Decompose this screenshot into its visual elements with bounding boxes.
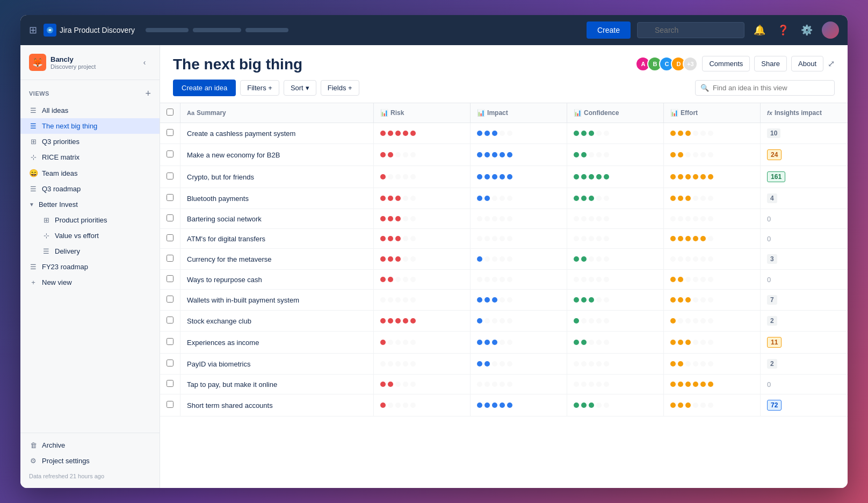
row-checkbox-4[interactable] [167, 214, 173, 221]
row-insights-impact[interactable]: 0 [761, 209, 848, 229]
row-confidence[interactable] [567, 209, 664, 229]
sidebar-item-better-invest[interactable]: ▼ Better Invest [20, 197, 160, 212]
row-checkbox-10[interactable] [167, 338, 173, 345]
row-impact[interactable] [471, 123, 567, 144]
row-confidence[interactable] [567, 311, 664, 332]
sidebar-item-archive[interactable]: 🗑 Archive [20, 437, 160, 453]
row-insights-impact[interactable]: 2 [761, 311, 848, 332]
row-impact[interactable] [471, 166, 567, 188]
create-button[interactable]: Create [587, 21, 631, 39]
sidebar-item-product-priorities[interactable]: ⊞ Product priorities [20, 212, 160, 228]
nav-search-input[interactable] [637, 22, 744, 38]
row-effort[interactable] [664, 354, 761, 375]
row-insights-impact[interactable]: 11 [761, 332, 848, 354]
row-effort[interactable] [664, 311, 761, 332]
row-risk[interactable] [374, 123, 471, 144]
row-insights-impact[interactable]: 0 [761, 229, 848, 249]
row-checkbox-8[interactable] [167, 296, 173, 303]
sidebar-item-all-ideas[interactable]: ☰ All ideas [20, 103, 160, 118]
sidebar-item-delivery[interactable]: ☰ Delivery [20, 243, 160, 259]
row-effort[interactable] [664, 394, 761, 416]
row-impact[interactable] [471, 188, 567, 209]
create-idea-button[interactable]: Create an idea [173, 80, 236, 96]
comments-button[interactable]: Comments [702, 56, 750, 71]
row-effort[interactable] [664, 249, 761, 270]
avatar-count[interactable]: +3 [683, 56, 698, 71]
expand-button[interactable]: ⤢ [828, 59, 835, 69]
row-insights-impact[interactable]: 3 [761, 249, 848, 270]
row-impact[interactable] [471, 249, 567, 270]
row-confidence[interactable] [567, 394, 664, 416]
row-risk[interactable] [374, 394, 471, 416]
row-effort[interactable] [664, 188, 761, 209]
row-checkbox-2[interactable] [167, 173, 173, 179]
sidebar-item-rice-matrix[interactable]: ⊹ RICE matrix [20, 149, 160, 165]
row-impact[interactable] [471, 270, 567, 290]
grid-icon[interactable]: ⊞ [29, 24, 37, 36]
row-confidence[interactable] [567, 249, 664, 270]
row-risk[interactable] [374, 290, 471, 311]
sidebar-item-q3-priorities[interactable]: ⊞ Q3 priorities [20, 134, 160, 149]
row-checkbox-9[interactable] [167, 317, 173, 324]
row-checkbox-1[interactable] [167, 150, 173, 157]
row-effort[interactable] [664, 144, 761, 166]
settings-icon[interactable]: ⚙️ [798, 21, 815, 39]
sidebar-item-q3-roadmap[interactable]: ☰ Q3 roadmap [20, 181, 160, 197]
row-summary[interactable]: Bluetooth payments [180, 188, 374, 209]
row-summary[interactable]: Bartering social network [180, 209, 374, 229]
row-insights-impact[interactable]: 0 [761, 375, 848, 394]
row-risk[interactable] [374, 229, 471, 249]
sort-button[interactable]: Sort ▾ [284, 80, 316, 96]
row-confidence[interactable] [567, 375, 664, 394]
row-effort[interactable] [664, 123, 761, 144]
row-insights-impact[interactable]: 72 [761, 394, 848, 416]
user-avatar[interactable] [822, 21, 839, 39]
row-summary[interactable]: Short term shared accounts [180, 394, 374, 416]
th-impact[interactable]: 📊 Impact [471, 103, 567, 123]
row-summary[interactable]: Currency for the metaverse [180, 249, 374, 270]
row-checkbox-13[interactable] [167, 401, 173, 408]
row-confidence[interactable] [567, 290, 664, 311]
row-effort[interactable] [664, 375, 761, 394]
th-insights-impact[interactable]: fx Insights impact [761, 103, 848, 123]
row-summary[interactable]: Stock exchange club [180, 311, 374, 332]
row-impact[interactable] [471, 229, 567, 249]
add-view-button[interactable]: + [145, 89, 151, 98]
sidebar-item-fy23-roadmap[interactable]: ☰ FY23 roadmap [20, 259, 160, 275]
row-summary[interactable]: ATM's for digital transfers [180, 229, 374, 249]
sidebar-item-team-ideas[interactable]: 😄 Team ideas [20, 165, 160, 181]
row-impact[interactable] [471, 144, 567, 166]
th-summary[interactable]: Aa Summary [180, 103, 374, 123]
row-insights-impact[interactable]: 24 [761, 144, 848, 166]
row-confidence[interactable] [567, 270, 664, 290]
row-checkbox-12[interactable] [167, 380, 173, 387]
row-impact[interactable] [471, 290, 567, 311]
row-summary[interactable]: PayID via biometrics [180, 354, 374, 375]
th-effort[interactable]: 📊 Effort [664, 103, 761, 123]
sidebar-item-next-big-thing[interactable]: ☰ The next big thing [20, 118, 160, 134]
row-risk[interactable] [374, 270, 471, 290]
filters-button[interactable]: Filters + [240, 80, 279, 96]
row-checkbox-0[interactable] [167, 129, 173, 136]
row-risk[interactable] [374, 311, 471, 332]
row-confidence[interactable] [567, 354, 664, 375]
sidebar-collapse-button[interactable]: ‹ [138, 56, 151, 69]
row-impact[interactable] [471, 209, 567, 229]
row-effort[interactable] [664, 229, 761, 249]
row-confidence[interactable] [567, 144, 664, 166]
row-effort[interactable] [664, 290, 761, 311]
th-risk[interactable]: 📊 Risk [374, 103, 471, 123]
row-effort[interactable] [664, 332, 761, 354]
row-risk[interactable] [374, 166, 471, 188]
about-button[interactable]: About [791, 56, 823, 71]
row-summary[interactable]: Wallets with in-built payment system [180, 290, 374, 311]
row-impact[interactable] [471, 375, 567, 394]
sidebar-item-project-settings[interactable]: ⚙ Project settings [20, 453, 160, 469]
share-button[interactable]: Share [754, 56, 787, 71]
row-risk[interactable] [374, 332, 471, 354]
row-confidence[interactable] [567, 188, 664, 209]
row-summary[interactable]: Experiences as income [180, 332, 374, 354]
row-insights-impact[interactable]: 161 [761, 166, 848, 188]
sidebar-item-new-view[interactable]: + New view [20, 275, 160, 290]
row-summary[interactable]: Make a new economy for B2B [180, 144, 374, 166]
